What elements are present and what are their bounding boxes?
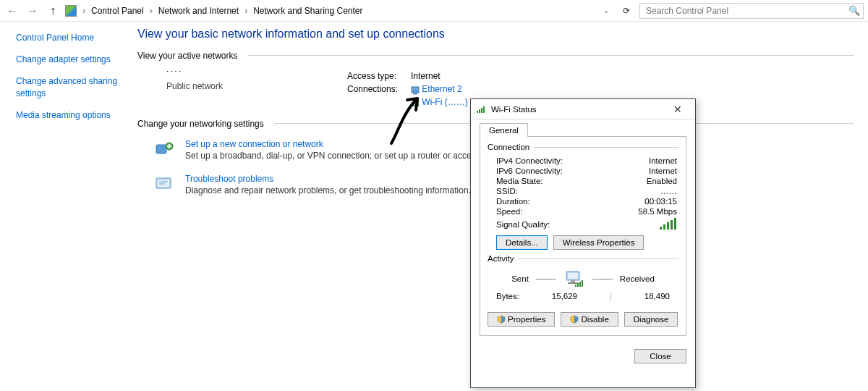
ssid-value: ……	[660, 187, 677, 196]
sidebar: Control Panel Home Change adapter settin…	[0, 22, 137, 204]
svg-rect-3	[413, 103, 414, 106]
sent-label: Sent	[511, 274, 529, 283]
control-panel-icon	[65, 5, 77, 17]
svg-rect-4	[415, 101, 417, 106]
svg-rect-14	[660, 227, 662, 230]
svg-rect-9	[158, 180, 169, 187]
disable-button[interactable]: Disable	[561, 312, 618, 327]
ipv4-value: Internet	[649, 156, 677, 165]
search-box[interactable]: 🔍	[639, 3, 864, 19]
network-type: Public network	[166, 81, 347, 91]
page-title: View your basic network information and …	[137, 28, 854, 41]
close-button[interactable]: ✕	[663, 101, 692, 118]
tab-general[interactable]: General	[480, 123, 528, 137]
wifi-status-dialog: Wi-Fi Status ✕ General Connection IPv4 C…	[470, 98, 696, 388]
connection-link-wifi[interactable]: Wi-Fi (……)	[422, 97, 467, 107]
shield-icon	[497, 315, 506, 324]
activity-legend: Activity	[488, 254, 518, 263]
search-icon[interactable]: 🔍	[848, 5, 860, 16]
back-button[interactable]: ←	[4, 3, 20, 19]
wireless-properties-button[interactable]: Wireless Properties	[553, 235, 644, 250]
chevron-right-icon[interactable]: ›	[243, 6, 249, 16]
network-name: ˙˙˙˙	[166, 70, 347, 81]
svg-rect-11	[479, 109, 480, 113]
access-type-value: Internet	[411, 70, 441, 83]
address-dropdown-icon[interactable]: ⌄	[599, 7, 613, 14]
chevron-right-icon[interactable]: ›	[81, 6, 87, 16]
search-input[interactable]	[644, 5, 848, 17]
received-label: Received	[620, 274, 655, 283]
duration-label: Duration:	[496, 197, 530, 206]
details-button[interactable]: Details...	[496, 235, 548, 250]
svg-rect-16	[667, 222, 669, 230]
refresh-button[interactable]: ⟳	[618, 6, 635, 16]
dash-icon	[592, 279, 613, 279]
media-state-label: Media State:	[496, 177, 543, 185]
breadcrumb-item[interactable]: Network and Internet	[156, 4, 242, 17]
ipv6-value: Internet	[649, 167, 677, 175]
bytes-received-value: 18,490	[644, 292, 670, 300]
breadcrumb-item[interactable]: Control Panel	[88, 4, 147, 17]
up-button[interactable]: ↑	[45, 3, 61, 19]
signal-quality-label: Signal Quality:	[496, 220, 550, 229]
chevron-right-icon[interactable]: ›	[148, 6, 154, 16]
speed-label: Speed:	[496, 207, 522, 216]
connection-legend: Connection	[488, 143, 534, 151]
properties-button[interactable]: Properties	[488, 312, 555, 327]
svg-rect-1	[414, 91, 417, 94]
wifi-signal-icon	[660, 218, 677, 231]
sidebar-item-adapter[interactable]: Change adapter settings	[16, 54, 129, 65]
bytes-label: Bytes:	[496, 292, 519, 300]
media-state-value: Enabled	[647, 177, 677, 185]
setup-connection-link[interactable]: Set up a new connection or network	[185, 139, 323, 149]
connections-label: Connections:	[347, 83, 407, 96]
dialog-titlebar[interactable]: Wi-Fi Status ✕	[471, 99, 695, 119]
setup-connection-icon	[155, 139, 175, 161]
shield-icon	[570, 315, 579, 324]
speed-value: 58.5 Mbps	[638, 207, 677, 216]
svg-rect-26	[582, 280, 583, 287]
setup-connection-desc: Set up a broadband, dial-up, or VPN conn…	[185, 151, 503, 161]
computer-icon	[563, 270, 585, 287]
svg-rect-2	[411, 104, 412, 106]
svg-rect-15	[663, 224, 665, 230]
forward-button[interactable]: →	[25, 3, 41, 19]
svg-rect-22	[568, 282, 578, 284]
svg-rect-25	[579, 282, 581, 287]
troubleshoot-desc: Diagnose and repair network problems, or…	[185, 185, 471, 196]
svg-rect-18	[674, 218, 676, 230]
sidebar-item-sharing[interactable]: Change advanced sharing settings	[16, 75, 129, 98]
ipv6-label: IPv6 Connectivity:	[496, 167, 563, 175]
wifi-signal-icon	[477, 106, 487, 113]
close-dialog-button[interactable]: Close	[634, 349, 686, 363]
dash-icon	[536, 279, 556, 279]
troubleshoot-link[interactable]: Troubleshoot problems	[185, 174, 273, 184]
svg-rect-6	[156, 145, 166, 154]
tab-panel: Connection IPv4 Connectivity:Internet IP…	[480, 136, 686, 336]
access-type-label: Access type:	[347, 70, 407, 83]
svg-rect-12	[481, 108, 482, 113]
ipv4-label: IPv4 Connectivity:	[496, 156, 563, 165]
breadcrumb: › Control Panel › Network and Internet ›…	[81, 4, 595, 17]
svg-rect-5	[417, 100, 419, 106]
svg-rect-10	[477, 111, 478, 113]
svg-rect-24	[577, 283, 579, 287]
bytes-sent-value: 15,629	[552, 292, 577, 300]
connection-link-ethernet[interactable]: Ethernet 2	[422, 84, 461, 94]
svg-rect-20	[568, 273, 578, 279]
ssid-label: SSID:	[496, 187, 518, 196]
address-bar: ← → ↑ › Control Panel › Network and Inte…	[0, 0, 868, 22]
duration-value: 00:03:15	[644, 197, 677, 206]
svg-rect-23	[575, 285, 576, 287]
wifi-signal-icon	[411, 99, 420, 106]
sidebar-item-home[interactable]: Control Panel Home	[16, 32, 129, 43]
close-icon: ✕	[673, 104, 682, 115]
svg-rect-17	[671, 220, 673, 230]
dialog-title: Wi-Fi Status	[487, 105, 663, 114]
active-networks-header: View your active networks	[137, 51, 854, 61]
svg-rect-21	[571, 280, 575, 282]
sidebar-item-streaming[interactable]: Media streaming options	[16, 109, 129, 121]
breadcrumb-item[interactable]: Network and Sharing Center	[250, 4, 365, 17]
diagnose-button[interactable]: Diagnose	[624, 312, 678, 327]
ethernet-icon	[411, 86, 420, 93]
